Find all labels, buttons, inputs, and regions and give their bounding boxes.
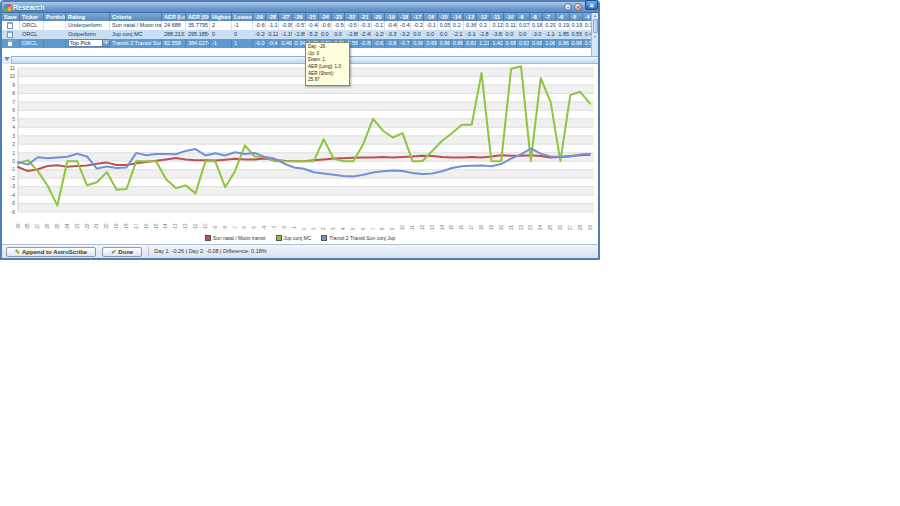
window-title: Research [13, 4, 45, 11]
scroll-down-icon[interactable]: ▾ [594, 34, 596, 39]
column-header[interactable]: Criteria [110, 13, 162, 21]
save-icon[interactable] [7, 31, 13, 38]
tooltip-line: Day: -26 [308, 44, 347, 51]
column-header[interactable]: Lowest D [232, 13, 253, 21]
column-header[interactable]: Portfolio [44, 13, 66, 21]
day-value-cell: 0.69 [424, 39, 437, 48]
filter-button[interactable] [2, 56, 12, 64]
chevron-down-icon[interactable]: ▾ [102, 40, 109, 46]
svg-text:15: 15 [449, 224, 454, 230]
minimize-button-icon[interactable]: – [564, 3, 572, 11]
table-row[interactable]: ORCLUnderperformSun natal / Moon transit… [2, 21, 598, 30]
column-header[interactable]: -16 [424, 13, 437, 21]
table-row[interactable]: ORCLOutperformJup conj MC288.2131295.185… [2, 30, 598, 39]
column-header[interactable]: -25 [306, 13, 319, 21]
svg-text:20: 20 [499, 224, 504, 230]
svg-text:3: 3 [12, 133, 15, 139]
column-header[interactable]: -5 [570, 13, 583, 21]
column-header[interactable]: -9 [517, 13, 530, 21]
svg-text:28: 28 [578, 224, 583, 230]
table-chart-splitter[interactable]: ····· [2, 56, 598, 64]
svg-text:5: 5 [351, 227, 356, 230]
portfolio-cell [44, 39, 66, 48]
day-value-cell: -0.25 [411, 21, 424, 30]
append-to-astroscribe-button[interactable]: ✎ Append to AstroScribe [6, 247, 96, 257]
svg-text:-6: -6 [11, 209, 16, 215]
day-value-cell: 0.0 [319, 30, 332, 39]
table-vertical-scrollbar[interactable]: ▴ ▾ [591, 13, 598, 56]
column-header[interactable]: -23 [332, 13, 345, 21]
status-text: Day 1: -0.26 | Day 2: -0.08 | Difference… [148, 247, 267, 256]
column-header[interactable]: -18 [398, 13, 411, 21]
table-header: SaveTickerPortfolioRatingCriteriaAER (Lo… [2, 13, 598, 21]
svg-text:-4: -4 [11, 192, 16, 198]
svg-text:-28: -28 [25, 223, 30, 230]
day-value-cell: 1.42 [490, 39, 503, 48]
column-header[interactable]: -28 [266, 13, 279, 21]
svg-text:18: 18 [479, 224, 484, 230]
column-header[interactable]: -14 [451, 13, 464, 21]
scrollbar-thumb[interactable] [593, 19, 598, 33]
column-header[interactable]: -21 [359, 13, 372, 21]
day-value-cell: 0.0 [517, 30, 530, 39]
column-header[interactable]: -10 [504, 13, 517, 21]
column-header[interactable]: AER (Lon [162, 13, 186, 21]
done-button[interactable]: ✔ Done [102, 247, 142, 257]
rating-combobox[interactable]: Top Pick▾ [68, 39, 110, 47]
column-header[interactable]: -20 [372, 13, 385, 21]
column-header[interactable]: -12 [477, 13, 490, 21]
column-header[interactable]: Rating [66, 13, 110, 21]
column-header[interactable]: Highest D [210, 13, 232, 21]
column-header[interactable]: -11 [490, 13, 503, 21]
svg-text:21: 21 [509, 224, 514, 230]
svg-text:-22: -22 [85, 223, 90, 230]
done-button-label: Done [118, 249, 133, 255]
column-header[interactable]: -19 [385, 13, 398, 21]
column-header[interactable]: -26 [293, 13, 306, 21]
legend-item: Sun natal / Moon transit [205, 235, 266, 241]
day-value-cell: -3.81 [490, 30, 503, 39]
title-bar[interactable]: Research – ✕ [2, 2, 598, 13]
svg-text:8: 8 [12, 90, 15, 96]
column-header[interactable]: -6 [556, 13, 569, 21]
portfolio-cell [44, 21, 66, 30]
save-icon[interactable] [7, 40, 13, 47]
legend-item: Jup conj MC [276, 235, 312, 241]
column-header[interactable]: -13 [464, 13, 477, 21]
highest-cell: 2 [210, 21, 232, 30]
save-icon[interactable] [7, 22, 13, 29]
day-value-cell: 0.19 [556, 21, 569, 30]
day-value-cell: 0.0 [438, 30, 451, 39]
table-row[interactable]: ORCLTop Pick▾Transit 2 Transit Sun conj … [2, 39, 598, 48]
column-header[interactable]: -24 [319, 13, 332, 21]
svg-text:22: 22 [519, 224, 524, 230]
svg-text:-2: -2 [11, 175, 16, 181]
column-header[interactable]: Save [2, 13, 20, 21]
rating-cell: Outperform [66, 30, 110, 39]
column-header[interactable]: -22 [345, 13, 358, 21]
column-header[interactable]: -15 [438, 13, 451, 21]
svg-text:12: 12 [420, 224, 425, 230]
column-header[interactable]: -27 [279, 13, 292, 21]
day-value-cell: 0.19 [570, 21, 583, 30]
overlay-badge-icon[interactable]: ▣ [585, 0, 598, 10]
scroll-up-icon[interactable]: ▴ [594, 13, 596, 18]
column-header[interactable]: AER (Sho [186, 13, 210, 21]
save-cell [2, 30, 20, 39]
day-value-cell: -0.5 [345, 21, 358, 30]
pencil-icon: ✎ [15, 248, 20, 255]
append-button-label: Append to AstroScribe [22, 249, 87, 255]
column-header[interactable]: -17 [411, 13, 424, 21]
column-header[interactable]: -7 [543, 13, 556, 21]
column-header[interactable]: Ticker [20, 13, 44, 21]
day-value-cell: 0.86 [451, 39, 464, 48]
column-header[interactable]: -8 [530, 13, 543, 21]
column-header[interactable]: -29 [253, 13, 266, 21]
day-value-cell: 0.36 [464, 21, 477, 30]
svg-text:10: 10 [400, 224, 405, 230]
close-button-icon[interactable]: ✕ [574, 3, 582, 11]
svg-text:9: 9 [390, 227, 395, 230]
day-value-cell: -3.18 [464, 30, 477, 39]
aer-long-cell: 288.2131 [162, 30, 186, 39]
day-value-cell: 0.34 [293, 39, 306, 48]
